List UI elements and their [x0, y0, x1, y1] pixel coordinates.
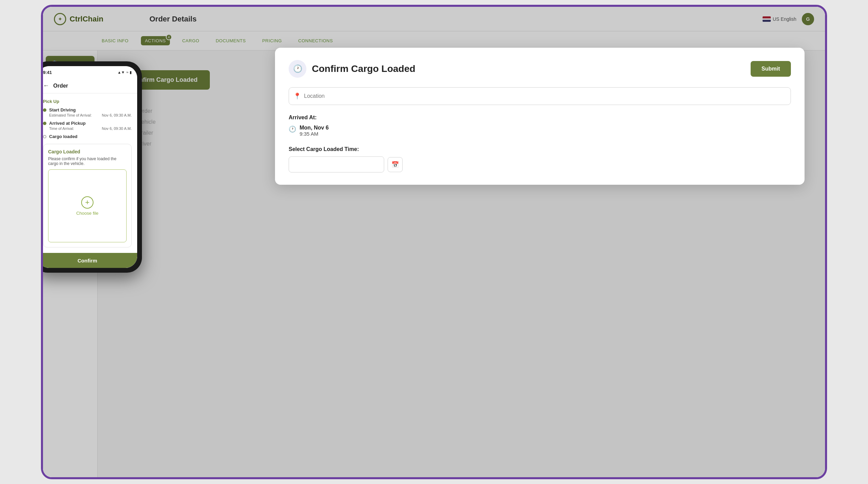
date-picker-input[interactable]	[289, 156, 384, 172]
timeline-dot-green-2	[43, 122, 46, 125]
outer-container: ✦ CtrlChain Order Details US English G B…	[41, 5, 827, 479]
modal-title-group: 🕐 Confirm Cargo Loaded	[289, 60, 415, 78]
timeline-item-2: Arrived at Pickup Time of Arrival: Nov 6…	[43, 121, 132, 131]
location-input-wrapper: 📍	[289, 87, 791, 105]
status-icons: ▲▼ ≈ ▮	[117, 70, 132, 75]
timeline-row-label-2: Time of Arrival:	[49, 126, 74, 131]
phone-nav-title: Order	[53, 83, 68, 89]
status-time: 9:41	[43, 70, 52, 75]
status-bar: 9:41 ▲▼ ≈ ▮	[41, 66, 137, 78]
cargo-loaded-desc: Please confirm if you have loaded the ca…	[48, 156, 127, 166]
wifi-icon: ≈	[126, 70, 128, 74]
timeline-row-label-1: Estimated Time of Arrival:	[49, 113, 92, 117]
signal-icon: ▲▼	[117, 70, 125, 74]
arrived-time: 9:35 AM	[300, 131, 329, 137]
modal-header: 🕐 Confirm Cargo Loaded Submit	[289, 60, 791, 78]
timeline-row-value-2: Nov 6, 09:30 A.M.	[102, 126, 132, 131]
arrived-at-value: 🕐 Mon, Nov 6 9:35 AM	[289, 125, 791, 137]
timeline-title-3: Cargo loaded	[49, 134, 132, 139]
timeline-row-value-1: Nov 6, 09:30 A.M.	[102, 113, 132, 117]
phone-nav: ← Order	[41, 78, 137, 93]
modal-card: 🕐 Confirm Cargo Loaded Submit 📍 Arrived …	[275, 48, 805, 185]
desktop-app: ✦ CtrlChain Order Details US English G B…	[43, 7, 825, 477]
arrived-at-label: Arrived At:	[289, 115, 791, 121]
timeline-item-1: Start Driving Estimated Time of Arrival:…	[43, 107, 132, 117]
phone-confirm-button[interactable]: Confirm	[41, 253, 137, 268]
timeline-row-1: Estimated Time of Arrival: Nov 6, 09:30 …	[49, 113, 132, 117]
file-upload-area[interactable]: + Choose file	[48, 169, 127, 242]
cargo-time-label: Select Cargo Loaded Time:	[289, 146, 791, 152]
timeline-dot-green	[43, 108, 46, 112]
back-button[interactable]: ←	[43, 82, 49, 89]
phone-wrapper: 9:41 ▲▼ ≈ ▮ ← Order Pick Up	[41, 61, 142, 273]
modal-submit-button[interactable]: Submit	[751, 61, 791, 77]
calendar-icon-button[interactable]: 📅	[388, 157, 403, 172]
cargo-loaded-title: Cargo Loaded	[48, 149, 127, 154]
arrived-date: Mon, Nov 6	[300, 125, 329, 131]
arrived-clock-icon: 🕐	[289, 125, 296, 133]
date-picker-wrapper: 📅	[289, 156, 791, 172]
timeline-item-3: Cargo loaded	[43, 134, 132, 139]
confirm-label: Confirm	[77, 258, 97, 263]
location-input[interactable]	[289, 87, 791, 105]
modal-overlay: 🕐 Confirm Cargo Loaded Submit 📍 Arrived …	[43, 7, 825, 477]
timeline-content-3: Cargo loaded	[49, 134, 132, 139]
location-pin-icon: 📍	[293, 92, 301, 100]
timeline-dot-empty	[43, 135, 46, 138]
modal-clock-icon: 🕐	[289, 60, 306, 78]
timeline-content-2: Arrived at Pickup Time of Arrival: Nov 6…	[49, 121, 132, 131]
timeline-title-1: Start Driving	[49, 107, 132, 112]
phone-frame: 9:41 ▲▼ ≈ ▮ ← Order Pick Up	[41, 61, 142, 273]
phone-content: Pick Up Start Driving Estimated Time of …	[41, 93, 137, 253]
cargo-loaded-card: Cargo Loaded Please confirm if you have …	[43, 144, 132, 247]
arrived-date-group: Mon, Nov 6 9:35 AM	[300, 125, 329, 137]
phone-screen: 9:41 ▲▼ ≈ ▮ ← Order Pick Up	[41, 66, 137, 268]
battery-icon: ▮	[130, 70, 132, 75]
timeline-title-2: Arrived at Pickup	[49, 121, 132, 126]
modal-title: Confirm Cargo Loaded	[312, 63, 415, 74]
pickup-label: Pick Up	[43, 99, 132, 104]
timeline-row-2: Time of Arrival: Nov 6, 09:30 A.M.	[49, 126, 132, 131]
choose-file-text: Choose file	[76, 211, 98, 216]
plus-icon: +	[81, 196, 93, 209]
timeline-content-1: Start Driving Estimated Time of Arrival:…	[49, 107, 132, 117]
